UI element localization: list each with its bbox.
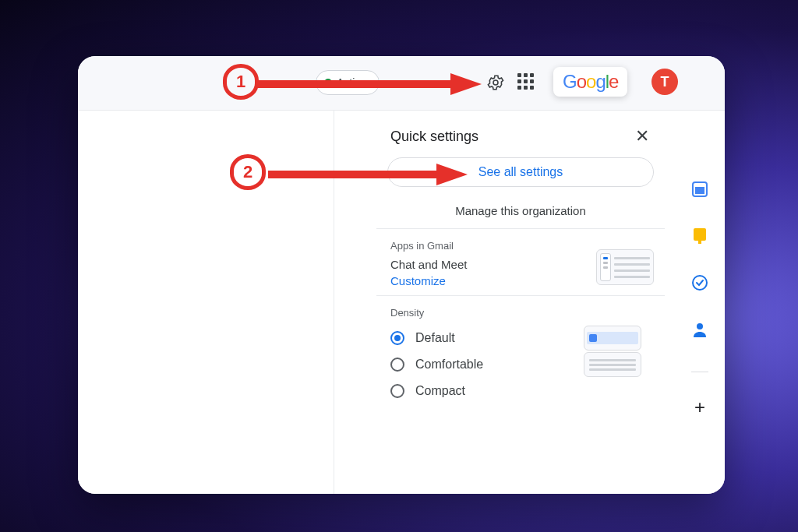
density-label: Comfortable [415, 358, 483, 372]
avatar-initial: T [661, 74, 669, 90]
density-label: Default [415, 331, 455, 345]
svg-marker-10 [436, 164, 468, 185]
svg-rect-3 [694, 228, 706, 241]
density-option-comfortable[interactable]: Comfortable [390, 351, 652, 378]
density-section-label: Density [390, 307, 652, 319]
density-option-default[interactable]: Default [390, 325, 652, 351]
apps-in-gmail-section: Apps in Gmail Chat and Meet Customize [376, 229, 665, 296]
apps-preview-thumbnail-icon [596, 249, 654, 285]
apps-grid-icon[interactable] [517, 73, 536, 92]
keep-icon[interactable] [691, 227, 708, 245]
radio-icon[interactable] [390, 358, 404, 372]
avatar[interactable]: T [651, 69, 678, 95]
add-icon[interactable]: + [691, 399, 708, 416]
side-rail: + [689, 181, 711, 416]
app-window: Active Google T Quick settings ✕ See [78, 56, 725, 494]
svg-marker-8 [450, 73, 482, 95]
calendar-icon[interactable] [691, 181, 708, 198]
close-icon[interactable]: ✕ [634, 128, 651, 145]
density-thumbnail-comfortable-icon [584, 352, 641, 377]
density-section: Density Default Comfortable Compact [376, 296, 665, 412]
svg-point-5 [693, 276, 707, 290]
annotation-arrow-1-icon [257, 73, 483, 101]
svg-rect-2 [695, 187, 704, 194]
gear-icon[interactable] [485, 72, 507, 93]
tasks-icon[interactable] [691, 274, 708, 291]
svg-rect-4 [698, 240, 701, 244]
annotation-arrow-2-icon [268, 164, 471, 192]
svg-point-0 [493, 80, 498, 85]
density-option-compact[interactable]: Compact [390, 378, 652, 404]
divider-rail [691, 363, 708, 380]
panel-header: Quick settings ✕ [376, 118, 665, 153]
see-all-settings-label: See all settings [478, 165, 563, 179]
google-logo: Google [553, 67, 627, 97]
radio-icon[interactable] [390, 331, 404, 345]
density-label: Compact [415, 384, 465, 398]
svg-point-6 [697, 323, 703, 329]
density-thumbnail-default-icon [584, 326, 641, 351]
contacts-icon[interactable] [691, 321, 708, 338]
radio-icon[interactable] [390, 384, 404, 398]
manage-organization-link[interactable]: Manage this organization [376, 201, 665, 229]
panel-title: Quick settings [390, 129, 478, 145]
